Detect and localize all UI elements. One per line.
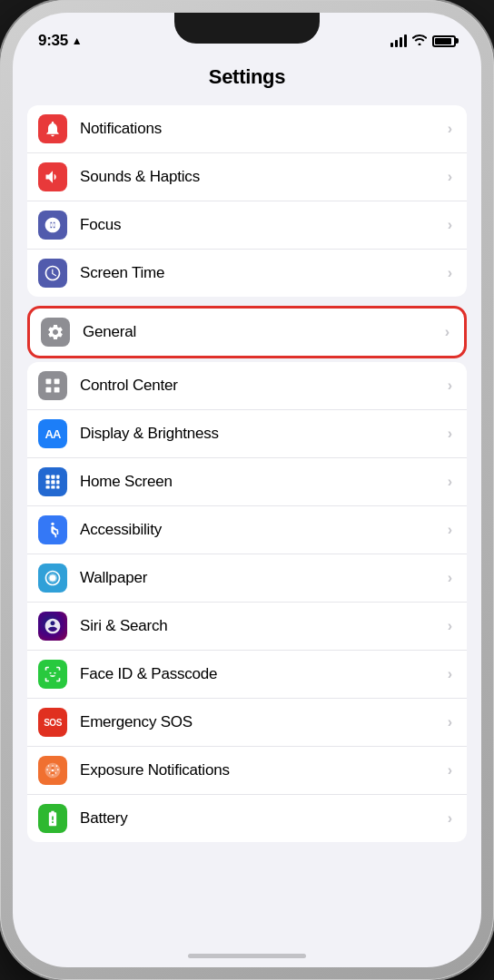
control-center-chevron: ›	[448, 377, 452, 394]
general-highlight-container: General ›	[27, 306, 467, 358]
page-title: Settings	[13, 58, 481, 105]
status-icons	[390, 34, 456, 48]
battery-settings-icon	[38, 804, 67, 833]
phone-screen: 9:35 ▲	[13, 13, 481, 967]
sounds-haptics-label: Sounds & Haptics	[80, 168, 448, 186]
screen-time-row[interactable]: Screen Time ›	[27, 250, 467, 297]
svg-point-15	[52, 769, 54, 772]
notifications-label: Notifications	[80, 120, 448, 138]
siri-icon	[38, 612, 67, 641]
control-center-row[interactable]: Control Center ›	[27, 362, 467, 410]
display-brightness-label: Display & Brightness	[80, 425, 448, 443]
wallpaper-chevron: ›	[448, 570, 452, 586]
signal-bars-icon	[390, 34, 407, 47]
accessibility-icon	[38, 515, 67, 544]
general-row[interactable]: General ›	[30, 309, 464, 356]
display-brightness-row[interactable]: AA Display & Brightness ›	[27, 410, 467, 458]
svg-rect-8	[51, 480, 54, 484]
notch	[174, 13, 320, 44]
face-id-chevron: ›	[448, 666, 452, 682]
focus-label: Focus	[80, 216, 448, 234]
svg-rect-11	[51, 485, 54, 488]
control-center-icon	[38, 371, 67, 400]
exposure-notifications-row[interactable]: Exposure Notifications ›	[27, 747, 467, 795]
notifications-row[interactable]: Notifications ›	[27, 105, 467, 153]
svg-rect-2	[46, 387, 52, 393]
control-center-label: Control Center	[80, 377, 448, 395]
emergency-sos-label: Emergency SOS	[80, 713, 448, 731]
emergency-sos-row[interactable]: SOS Emergency SOS ›	[27, 699, 467, 747]
focus-icon	[38, 211, 67, 240]
battery-level-icon	[432, 35, 456, 47]
screen-time-label: Screen Time	[80, 264, 448, 282]
battery-chevron: ›	[448, 810, 452, 827]
svg-rect-7	[46, 480, 50, 484]
status-time: 9:35	[38, 32, 68, 50]
phone-frame: 9:35 ▲	[0, 0, 494, 980]
home-indicator	[188, 954, 306, 958]
svg-rect-1	[54, 379, 60, 385]
emergency-sos-icon: SOS	[38, 708, 67, 737]
sounds-haptics-row[interactable]: Sounds & Haptics ›	[27, 153, 467, 201]
svg-rect-12	[56, 485, 59, 488]
home-screen-icon	[38, 467, 67, 496]
svg-rect-9	[56, 480, 59, 484]
settings-scroll-view[interactable]: Settings Notifications ›	[13, 58, 481, 967]
wifi-icon	[412, 34, 427, 48]
screen-time-chevron: ›	[448, 265, 452, 281]
notifications-chevron: ›	[448, 121, 452, 137]
exposure-notifications-chevron: ›	[448, 762, 452, 779]
accessibility-label: Accessibility	[80, 521, 448, 539]
svg-point-13	[51, 523, 54, 525]
home-screen-label: Home Screen	[80, 473, 448, 491]
location-arrow-icon: ▲	[72, 34, 83, 47]
svg-rect-6	[56, 475, 59, 479]
focus-chevron: ›	[448, 217, 452, 233]
accessibility-row[interactable]: Accessibility ›	[27, 506, 467, 554]
focus-row[interactable]: Focus ›	[27, 201, 467, 250]
exposure-notifications-label: Exposure Notifications	[80, 761, 448, 779]
sounds-chevron: ›	[448, 169, 452, 185]
wallpaper-icon	[38, 564, 67, 593]
svg-rect-10	[46, 485, 50, 488]
exposure-notifications-icon	[38, 756, 67, 785]
sounds-icon	[38, 162, 67, 191]
home-screen-row[interactable]: Home Screen ›	[27, 458, 467, 506]
general-label: General	[83, 323, 445, 341]
svg-rect-4	[46, 475, 50, 479]
accessibility-chevron: ›	[448, 522, 452, 538]
screen-time-icon	[38, 259, 67, 288]
home-screen-chevron: ›	[448, 474, 452, 490]
emergency-sos-chevron: ›	[448, 714, 452, 730]
siri-search-chevron: ›	[448, 618, 452, 634]
notifications-icon	[38, 114, 67, 143]
face-id-row[interactable]: Face ID & Passcode ›	[27, 651, 467, 699]
wallpaper-row[interactable]: Wallpaper ›	[27, 554, 467, 603]
general-gear-icon	[41, 318, 70, 347]
svg-rect-3	[54, 387, 60, 393]
settings-group-1: Notifications › Sounds & Haptics ›	[27, 105, 467, 297]
battery-row[interactable]: Battery ›	[27, 795, 467, 842]
display-brightness-chevron: ›	[448, 426, 452, 442]
siri-search-label: Siri & Search	[80, 617, 448, 635]
face-id-icon	[38, 660, 67, 689]
battery-label: Battery	[80, 809, 448, 828]
wallpaper-label: Wallpaper	[80, 569, 448, 587]
svg-rect-0	[46, 379, 52, 385]
general-chevron: ›	[445, 324, 450, 340]
siri-search-row[interactable]: Siri & Search ›	[27, 603, 467, 651]
settings-group-2: Control Center › AA Display & Brightness…	[27, 362, 467, 842]
face-id-label: Face ID & Passcode	[80, 665, 448, 683]
svg-rect-5	[51, 475, 54, 479]
display-brightness-icon: AA	[38, 419, 67, 448]
